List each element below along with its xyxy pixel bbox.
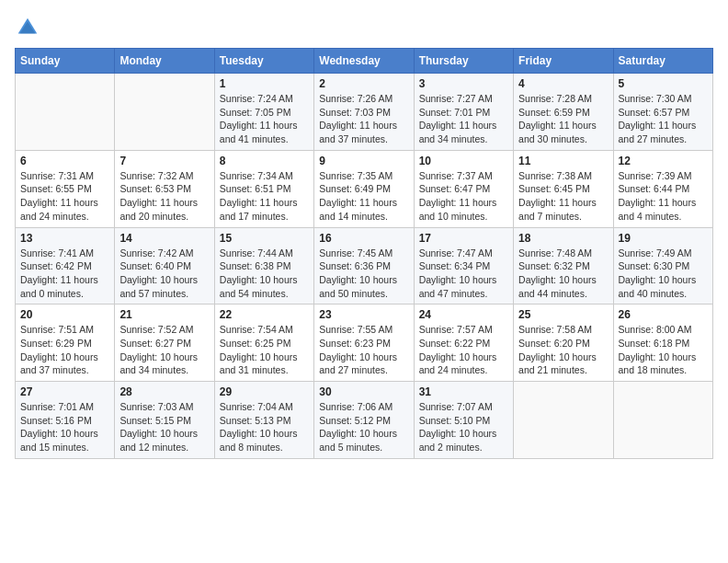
calendar-cell: 21Sunrise: 7:52 AM Sunset: 6:27 PM Dayli… <box>115 304 214 382</box>
day-number: 1 <box>220 77 309 90</box>
calendar-cell: 15Sunrise: 7:44 AM Sunset: 6:38 PM Dayli… <box>214 227 313 304</box>
calendar-cell: 5Sunrise: 7:30 AM Sunset: 6:57 PM Daylig… <box>613 74 712 151</box>
weekday-header-sunday: Sunday <box>16 49 115 74</box>
calendar-cell: 22Sunrise: 7:54 AM Sunset: 6:25 PM Dayli… <box>214 304 313 382</box>
calendar-cell: 8Sunrise: 7:34 AM Sunset: 6:51 PM Daylig… <box>214 150 313 227</box>
day-info: Sunrise: 7:45 AM Sunset: 6:36 PM Dayligh… <box>319 247 408 301</box>
day-number: 24 <box>419 308 508 321</box>
calendar-cell: 17Sunrise: 7:47 AM Sunset: 6:34 PM Dayli… <box>414 227 513 304</box>
calendar-cell: 31Sunrise: 7:07 AM Sunset: 5:10 PM Dayli… <box>414 382 513 459</box>
day-info: Sunrise: 7:27 AM Sunset: 7:01 PM Dayligh… <box>419 92 508 146</box>
day-number: 3 <box>419 77 508 90</box>
calendar-cell: 6Sunrise: 7:31 AM Sunset: 6:55 PM Daylig… <box>16 150 115 227</box>
calendar-cell: 2Sunrise: 7:26 AM Sunset: 7:03 PM Daylig… <box>314 74 414 151</box>
day-info: Sunrise: 7:06 AM Sunset: 5:12 PM Dayligh… <box>319 400 408 454</box>
day-number: 25 <box>518 308 608 321</box>
day-number: 4 <box>518 77 608 90</box>
calendar-cell <box>514 382 613 459</box>
calendar-cell: 23Sunrise: 7:55 AM Sunset: 6:23 PM Dayli… <box>314 304 414 382</box>
day-info: Sunrise: 7:30 AM Sunset: 6:57 PM Dayligh… <box>619 92 708 146</box>
calendar-cell: 20Sunrise: 7:51 AM Sunset: 6:29 PM Dayli… <box>16 304 115 382</box>
day-info: Sunrise: 7:42 AM Sunset: 6:40 PM Dayligh… <box>119 247 209 301</box>
day-number: 2 <box>319 77 408 90</box>
calendar-table: SundayMondayTuesdayWednesdayThursdayFrid… <box>15 48 713 459</box>
day-info: Sunrise: 7:54 AM Sunset: 6:25 PM Dayligh… <box>220 323 309 377</box>
calendar-cell: 7Sunrise: 7:32 AM Sunset: 6:53 PM Daylig… <box>115 150 214 227</box>
day-number: 21 <box>119 308 209 321</box>
calendar-cell: 13Sunrise: 7:41 AM Sunset: 6:42 PM Dayli… <box>16 227 115 304</box>
page-header <box>15 15 713 40</box>
logo-icon <box>15 15 40 40</box>
day-info: Sunrise: 7:04 AM Sunset: 5:13 PM Dayligh… <box>220 400 309 454</box>
day-info: Sunrise: 7:44 AM Sunset: 6:38 PM Dayligh… <box>220 247 309 301</box>
calendar-cell: 16Sunrise: 7:45 AM Sunset: 6:36 PM Dayli… <box>314 227 414 304</box>
calendar-cell: 10Sunrise: 7:37 AM Sunset: 6:47 PM Dayli… <box>414 150 513 227</box>
day-info: Sunrise: 7:48 AM Sunset: 6:32 PM Dayligh… <box>518 247 608 301</box>
day-info: Sunrise: 7:51 AM Sunset: 6:29 PM Dayligh… <box>20 323 109 377</box>
calendar-cell: 1Sunrise: 7:24 AM Sunset: 7:05 PM Daylig… <box>214 74 313 151</box>
calendar-cell <box>16 74 115 151</box>
calendar-cell: 9Sunrise: 7:35 AM Sunset: 6:49 PM Daylig… <box>314 150 414 227</box>
day-number: 31 <box>419 385 508 398</box>
day-info: Sunrise: 7:35 AM Sunset: 6:49 PM Dayligh… <box>319 169 408 224</box>
day-number: 28 <box>119 385 209 398</box>
day-info: Sunrise: 7:37 AM Sunset: 6:47 PM Dayligh… <box>419 169 508 224</box>
day-info: Sunrise: 7:39 AM Sunset: 6:44 PM Dayligh… <box>619 169 708 224</box>
weekday-header-friday: Friday <box>514 49 613 74</box>
day-number: 20 <box>20 308 109 321</box>
day-number: 5 <box>619 77 708 90</box>
calendar-cell: 12Sunrise: 7:39 AM Sunset: 6:44 PM Dayli… <box>613 150 712 227</box>
day-info: Sunrise: 7:01 AM Sunset: 5:16 PM Dayligh… <box>20 400 109 454</box>
day-info: Sunrise: 7:34 AM Sunset: 6:51 PM Dayligh… <box>220 169 309 224</box>
day-number: 18 <box>518 232 608 245</box>
calendar-cell: 30Sunrise: 7:06 AM Sunset: 5:12 PM Dayli… <box>314 382 414 459</box>
day-number: 26 <box>619 308 708 321</box>
day-info: Sunrise: 7:41 AM Sunset: 6:42 PM Dayligh… <box>20 247 109 301</box>
weekday-header-wednesday: Wednesday <box>314 49 414 74</box>
day-info: Sunrise: 7:52 AM Sunset: 6:27 PM Dayligh… <box>119 323 209 377</box>
day-number: 17 <box>419 232 508 245</box>
day-info: Sunrise: 7:55 AM Sunset: 6:23 PM Dayligh… <box>319 323 408 377</box>
calendar-cell: 25Sunrise: 7:58 AM Sunset: 6:20 PM Dayli… <box>514 304 613 382</box>
day-number: 23 <box>319 308 408 321</box>
day-number: 7 <box>119 155 209 167</box>
calendar-week-row: 1Sunrise: 7:24 AM Sunset: 7:05 PM Daylig… <box>16 74 713 151</box>
day-number: 29 <box>220 385 309 398</box>
calendar-cell: 19Sunrise: 7:49 AM Sunset: 6:30 PM Dayli… <box>613 227 712 304</box>
weekday-header-thursday: Thursday <box>414 49 513 74</box>
calendar-cell: 28Sunrise: 7:03 AM Sunset: 5:15 PM Dayli… <box>115 382 214 459</box>
weekday-header-saturday: Saturday <box>613 49 712 74</box>
day-info: Sunrise: 8:00 AM Sunset: 6:18 PM Dayligh… <box>619 323 708 377</box>
calendar-cell: 4Sunrise: 7:28 AM Sunset: 6:59 PM Daylig… <box>514 74 613 151</box>
day-info: Sunrise: 7:28 AM Sunset: 6:59 PM Dayligh… <box>518 92 608 146</box>
day-number: 19 <box>619 232 708 245</box>
day-number: 9 <box>319 155 408 167</box>
day-info: Sunrise: 7:07 AM Sunset: 5:10 PM Dayligh… <box>419 400 508 454</box>
logo <box>15 15 44 40</box>
day-info: Sunrise: 7:49 AM Sunset: 6:30 PM Dayligh… <box>619 247 708 301</box>
calendar-cell: 14Sunrise: 7:42 AM Sunset: 6:40 PM Dayli… <box>115 227 214 304</box>
calendar-cell: 27Sunrise: 7:01 AM Sunset: 5:16 PM Dayli… <box>16 382 115 459</box>
day-number: 12 <box>619 155 708 167</box>
day-number: 30 <box>319 385 408 398</box>
calendar-cell: 18Sunrise: 7:48 AM Sunset: 6:32 PM Dayli… <box>514 227 613 304</box>
calendar-week-row: 13Sunrise: 7:41 AM Sunset: 6:42 PM Dayli… <box>16 227 713 304</box>
calendar-cell: 24Sunrise: 7:57 AM Sunset: 6:22 PM Dayli… <box>414 304 513 382</box>
day-info: Sunrise: 7:47 AM Sunset: 6:34 PM Dayligh… <box>419 247 508 301</box>
day-number: 16 <box>319 232 408 245</box>
day-number: 6 <box>20 155 109 167</box>
day-info: Sunrise: 7:58 AM Sunset: 6:20 PM Dayligh… <box>518 323 608 377</box>
day-info: Sunrise: 7:24 AM Sunset: 7:05 PM Dayligh… <box>220 92 309 146</box>
day-info: Sunrise: 7:32 AM Sunset: 6:53 PM Dayligh… <box>119 169 209 224</box>
day-number: 15 <box>220 232 309 245</box>
calendar-body: 1Sunrise: 7:24 AM Sunset: 7:05 PM Daylig… <box>16 74 713 459</box>
day-number: 8 <box>220 155 309 167</box>
calendar-cell: 3Sunrise: 7:27 AM Sunset: 7:01 PM Daylig… <box>414 74 513 151</box>
day-info: Sunrise: 7:38 AM Sunset: 6:45 PM Dayligh… <box>518 169 608 224</box>
weekday-header-row: SundayMondayTuesdayWednesdayThursdayFrid… <box>16 49 713 74</box>
day-info: Sunrise: 7:57 AM Sunset: 6:22 PM Dayligh… <box>419 323 508 377</box>
calendar-cell: 11Sunrise: 7:38 AM Sunset: 6:45 PM Dayli… <box>514 150 613 227</box>
calendar-header: SundayMondayTuesdayWednesdayThursdayFrid… <box>16 49 713 74</box>
calendar-week-row: 6Sunrise: 7:31 AM Sunset: 6:55 PM Daylig… <box>16 150 713 227</box>
day-info: Sunrise: 7:03 AM Sunset: 5:15 PM Dayligh… <box>119 400 209 454</box>
